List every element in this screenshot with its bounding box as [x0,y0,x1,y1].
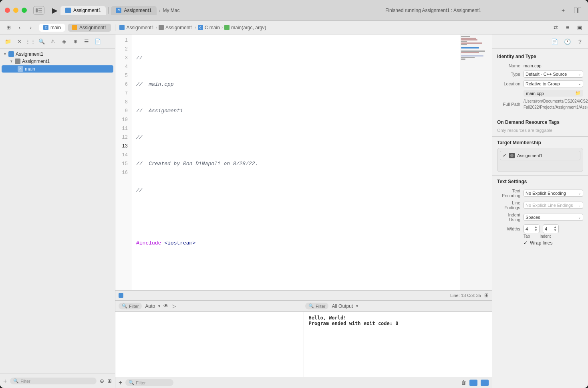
sidebar-folder-icon[interactable]: 📁 [3,38,13,46]
sidebar-doc-btn[interactable]: 📄 [93,38,103,46]
code-line-4: // [136,133,455,142]
bottom-panel: 🔍 Filter Auto ▾ 👁 ▷ 🔍 Fi [115,300,492,388]
code-editor[interactable]: 1 2 3 4 5 6 7 8 9 10 11 12 13 14 [115,34,492,290]
text-encoding-select[interactable]: No Explicit Encoding ⌄ [524,190,583,197]
tree-item-main-cpp[interactable]: C main [2,65,113,73]
type-select-value: Default - C++ Source [526,72,567,77]
authors-button[interactable]: ≡ [562,23,573,32]
run-button[interactable]: ▶ [49,5,60,16]
sidebar-close-btn[interactable]: ✕ [14,38,24,46]
sidebar-list-btn[interactable]: ☰ [82,38,91,46]
target-membership-title: Target Membership [497,140,583,146]
bottom-filter-input[interactable]: 🔍 Filter [125,379,173,386]
line-endings-select[interactable]: No Explicit Line Endings ⌄ [524,202,583,209]
breadcrumb-fn-icon [224,25,230,30]
indent-using-label: Indent Using [497,212,520,222]
minimap-line [461,39,477,40]
main-window: ▶ Assignment1 C Assignment1 › My Mac Fin… [0,0,588,388]
code-content[interactable]: // // main.cpp // Assignment1 // // Crea… [131,34,460,290]
console-toggle-2[interactable] [481,380,489,386]
console-toggle-1[interactable] [469,380,477,386]
sidebar-source-btn[interactable]: ⊕ [70,38,80,46]
add-file-button[interactable]: + [3,378,7,385]
location-select[interactable]: Relative to Group ⌄ [524,80,583,87]
right-filter[interactable]: 🔍 Filter [305,303,328,309]
sidebar-warning-btn[interactable]: ⚠ [48,38,58,46]
tab-main-cpp[interactable]: C main [39,24,65,32]
tab-assignment1-file[interactable]: C Assignment1 [111,6,156,15]
indent-using-row: Indent Using Spaces ⌄ [497,212,583,222]
location-arrow-icon: ⌄ [578,82,581,86]
sidebar-bookmark-btn[interactable]: ◈ [59,38,69,46]
main-area: 📁 ✕ ⋮⋮ 🔍 ⚠ ◈ ⊕ ☰ 📄 ▼ Assignment1 [0,34,588,388]
add-bottom-button[interactable]: + [119,379,122,386]
wrap-lines-row[interactable]: ✓ Wrap lines [524,240,583,246]
console-play-button[interactable]: ▷ [172,303,176,309]
split-editor-button[interactable]: ▣ [574,23,585,32]
minimap [460,34,492,290]
chevron-down-icon: ▼ [3,52,7,56]
auto-dropdown-arrow: ▾ [158,304,160,308]
tab-mymac: My Mac [163,8,179,13]
widths-label: Widths [497,226,520,231]
breadcrumb-folder-icon [159,25,164,30]
text-settings-title: Text Settings [497,179,583,184]
sidebar-hierarchy-btn[interactable]: ⋮⋮ [26,38,35,46]
console-eye-button[interactable]: 👁 [163,303,169,309]
filter-label: Filter [20,379,30,384]
editor-section: 1 2 3 4 5 6 7 8 9 10 11 12 13 14 [115,34,492,388]
indent-width-stepper[interactable]: ▲ ▼ [554,226,557,232]
sidebar-filter[interactable]: 🔍 Filter [10,378,97,384]
code-line-3: // Assignment1 [136,107,455,115]
xcode-project-icon [65,8,71,13]
maximize-button[interactable] [22,8,27,13]
sidebar-toggle-button[interactable] [33,6,44,15]
trash-button[interactable]: 🗑 [461,380,466,386]
on-demand-placeholder: Only resources are taggable [497,128,552,133]
titlebar: ▶ Assignment1 C Assignment1 › My Mac Fin… [0,0,588,21]
line-num-7: 7 [115,89,131,98]
svg-rect-2 [38,10,42,11]
inspector-history-button[interactable]: 🕐 [562,37,572,46]
editor-layout-button[interactable] [572,6,583,15]
breadcrumb-sep2: › [195,25,196,30]
forward-button[interactable]: › [26,23,36,32]
tab-width-field[interactable]: 4 ▲ ▼ [524,224,540,233]
tab-width-stepper[interactable]: ▲ ▼ [534,226,538,232]
expand-console-button[interactable]: ⊞ [484,292,489,298]
line-num-8: 8 [115,98,131,107]
tab-assignment1-project[interactable]: Assignment1 [60,6,106,15]
right-filter-label: Filter [316,304,325,309]
text-encoding-row: Text Encoding No Explicit Encoding ⌄ [497,188,583,198]
tab-assignment1-editor[interactable]: Assignment1 [68,24,111,32]
fullpath-value: /Users/ron/Documents/CS2024/CS2024-Fall2… [524,99,588,109]
status-text: Finished running Assignment1 : Assignmen… [309,8,558,13]
tree-item-project-root[interactable]: ▼ Assignment1 [0,51,115,58]
back-button[interactable]: ‹ [14,23,25,32]
indent-using-select[interactable]: Spaces ⌄ [524,214,583,221]
assignment-icon [72,25,77,30]
line-num-9: 9 [115,107,131,115]
tree-item-group[interactable]: ▼ Assignment1 [0,58,115,65]
svg-rect-0 [36,8,38,12]
close-button[interactable] [5,8,10,13]
indent-width-field[interactable]: 4 ▲ ▼ [543,224,559,233]
output-dropdown-arrow: ▾ [356,304,358,308]
inspector-file-button[interactable]: 📄 [550,37,559,46]
type-select[interactable]: Default - C++ Source ⌄ [524,71,583,78]
console-output: Hello, World! Program ended with exit co… [304,312,492,377]
inspector-help-button[interactable]: ? [575,37,585,46]
minimize-button[interactable] [13,8,18,13]
sidebar-more-button[interactable]: ⊕ [100,378,104,384]
cpp-file-tree-icon: C [18,66,23,72]
window-controls [5,8,27,13]
add-tab-button[interactable]: + [558,6,569,15]
sidebar-layout-button[interactable]: ⊞ [107,378,112,384]
sidebar-search-btn[interactable]: 🔍 [37,38,46,46]
grid-view-button[interactable]: ⊞ [3,23,14,32]
line-num-5: 5 [115,71,131,80]
tab-label: Assignment1 [124,8,151,13]
related-files-button[interactable]: ⇄ [550,23,561,32]
nav-buttons: ⊞ ‹ › [3,23,36,32]
left-filter[interactable]: 🔍 Filter [119,303,142,309]
